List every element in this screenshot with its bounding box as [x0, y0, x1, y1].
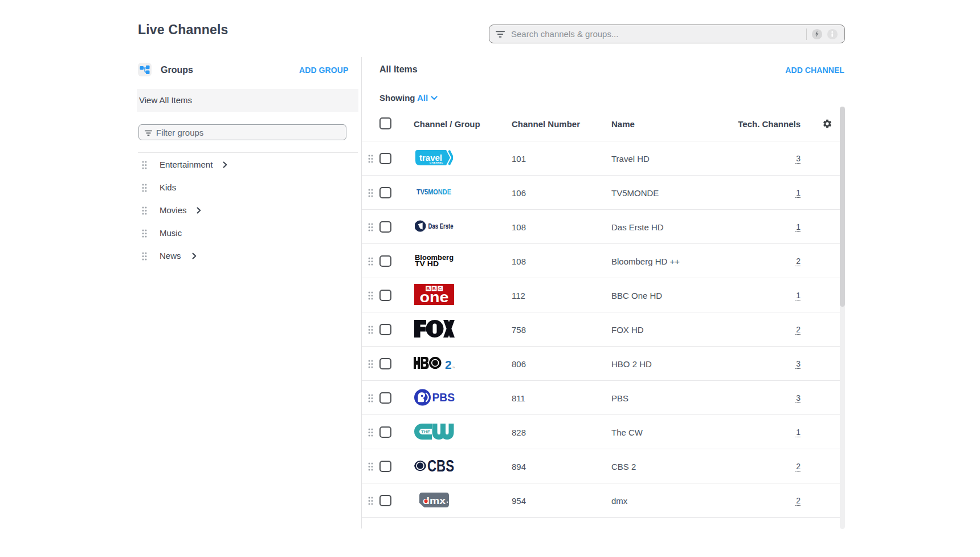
svg-text:CHANNEL: CHANNEL — [430, 161, 443, 164]
svg-text:TV5MONDE: TV5MONDE — [416, 189, 451, 195]
svg-text:one: one — [420, 288, 449, 305]
svg-text:TM: TM — [452, 367, 455, 369]
svg-text:travel: travel — [419, 153, 442, 162]
svg-text:Das Erste: Das Erste — [428, 222, 454, 230]
svg-text:TV HD: TV HD — [415, 259, 439, 266]
svg-text:2: 2 — [445, 358, 452, 369]
svg-text:CBS: CBS — [427, 459, 454, 473]
svg-text:PBS: PBS — [432, 391, 455, 404]
svg-text:THE: THE — [421, 429, 430, 433]
